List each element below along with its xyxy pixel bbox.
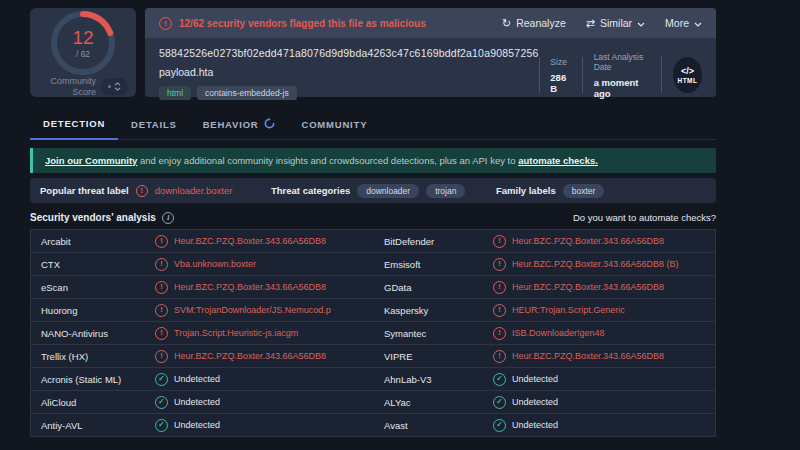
- check-icon: ✓: [155, 373, 168, 386]
- file-report-header: ! 12/62 security vendors flagged this fi…: [145, 8, 716, 97]
- vendor-name: Avast: [374, 420, 493, 431]
- check-icon: ✓: [493, 396, 506, 409]
- community-banner: Join our Community and enjoy additional …: [30, 148, 716, 173]
- vendor-name: CTX: [31, 259, 155, 270]
- file-hash: 58842526e0273bf02edd471a8076d9d9bda4263c…: [159, 47, 539, 59]
- loading-spinner-icon: [264, 118, 275, 131]
- result-text: Undetected: [512, 397, 558, 407]
- result-text: Trojan.Script.Heuristic-js.iacgm: [174, 328, 298, 338]
- detection-result: ✓Undetected: [155, 419, 374, 432]
- table-row: CTX!Vba.unknown.boxterEmsisoft!Heur.BZC.…: [30, 252, 716, 276]
- check-icon: ✓: [493, 419, 506, 432]
- tab-details[interactable]: DETAILS: [118, 109, 190, 139]
- warning-icon: !: [493, 258, 506, 271]
- detection-result: !Heur.BZC.PZQ.Boxter.343.66A56DB8: [155, 235, 374, 248]
- join-community-link[interactable]: Join our Community: [45, 155, 137, 166]
- detection-result: !Heur.BZC.PZQ.Boxter.343.66A56DB8: [493, 281, 717, 294]
- warning-icon: !: [493, 304, 506, 317]
- family-labels-group: Family labels boxter: [496, 178, 604, 203]
- score-value: 12: [72, 28, 93, 47]
- vendor-name: AliCloud: [31, 397, 155, 408]
- check-icon: ✓: [155, 419, 168, 432]
- warning-icon: !: [155, 304, 168, 317]
- alert-warning-icon: !: [159, 17, 172, 30]
- warning-icon: !: [136, 185, 148, 197]
- vendor-name: GData: [374, 282, 493, 293]
- vendor-name: Kaspersky: [374, 305, 493, 316]
- vote-chevrons-icon: [114, 82, 121, 91]
- detection-result: !Heur.BZC.PZQ.Boxter.343.66A56DB8: [493, 235, 717, 248]
- vendor-name: VIPRE: [374, 351, 493, 362]
- file-identity: 58842526e0273bf02edd471a8076d9d9bda4263c…: [159, 47, 539, 100]
- more-button[interactable]: More: [665, 17, 702, 29]
- vendor-name: NANO-Antivirus: [31, 328, 155, 339]
- header-actions: ↻ Reanalyze ⇄ Similar More: [502, 17, 702, 29]
- result-text: Vba.unknown.boxter: [174, 259, 256, 269]
- warning-icon: !: [493, 350, 506, 363]
- chevron-down-icon: [637, 17, 645, 29]
- automate-checks-question[interactable]: Do you want to automate checks?: [573, 212, 716, 223]
- reanalyze-button[interactable]: ↻ Reanalyze: [502, 17, 566, 29]
- result-text: Heur.BZC.PZQ.Boxter.343.66A56DB8: [512, 236, 664, 246]
- tab-bar: DETECTION DETAILS BEHAVIOR COMMUNITY: [30, 109, 716, 140]
- result-text: Heur.BZC.PZQ.Boxter.343.66A56DB8: [512, 351, 664, 361]
- automate-checks-link[interactable]: automate checks.: [518, 155, 598, 166]
- file-name: payload.hta: [159, 66, 539, 78]
- detection-result: !Heur.BZC.PZQ.Boxter.343.66A56DB8: [155, 350, 374, 363]
- similar-icon: ⇄: [586, 18, 595, 29]
- tab-community[interactable]: COMMUNITY: [288, 109, 380, 139]
- score-total: / 62: [76, 49, 90, 59]
- detection-result: ✓Undetected: [493, 419, 717, 432]
- file-tags: html contains-embedded-js: [159, 86, 539, 100]
- detection-result: !Heur.BZC.PZQ.Boxter.343.66A56DB8 (B): [493, 258, 717, 271]
- tab-behavior[interactable]: BEHAVIOR: [190, 109, 289, 139]
- result-text: Heur.BZC.PZQ.Boxter.343.66A56DB8: [174, 282, 326, 292]
- similar-button[interactable]: ⇄ Similar: [586, 17, 645, 29]
- vendor-name: Acronis (Static ML): [31, 374, 155, 385]
- vendors-analysis-header: Security vendors' analysis i Do you want…: [30, 206, 716, 229]
- file-size: Size 286 B: [550, 57, 570, 94]
- vendors-table: Arcabit!Heur.BZC.PZQ.Boxter.343.66A56DB8…: [30, 229, 716, 437]
- alert-text: 12/62 security vendors flagged this file…: [179, 18, 426, 29]
- table-row: Arcabit!Heur.BZC.PZQ.Boxter.343.66A56DB8…: [30, 229, 716, 253]
- category-pill-downloader[interactable]: downloader: [357, 184, 419, 198]
- community-vote-widget[interactable]: [101, 78, 128, 95]
- vote-dot-icon: [108, 85, 111, 88]
- result-text: HEUR:Trojan.Script.Generic: [512, 305, 625, 315]
- detection-result: !Trojan.Script.Heuristic-js.iacgm: [155, 327, 374, 340]
- file-meta: Size 286 B Last Analysis Date a moment a…: [539, 50, 702, 100]
- file-report-page: 12 / 62 Community Score ! 12/62 security…: [0, 0, 800, 450]
- threat-categories-group: Threat categories downloader trojan: [271, 178, 465, 203]
- vendor-name: Antiy-AVL: [31, 420, 155, 431]
- detection-result: ✓Undetected: [155, 396, 374, 409]
- tab-detection[interactable]: DETECTION: [30, 109, 118, 140]
- divider: [539, 57, 540, 93]
- vendor-name: Trellix (HX): [31, 351, 155, 362]
- vendor-name: AhnLab-V3: [374, 374, 493, 385]
- result-text: Undetected: [512, 420, 558, 430]
- check-icon: ✓: [155, 396, 168, 409]
- divider: [582, 57, 583, 93]
- tag-contains-embedded-js[interactable]: contains-embedded-js: [197, 86, 297, 100]
- table-row: NANO-Antivirus!Trojan.Script.Heuristic-j…: [30, 321, 716, 345]
- gauge-text: 12 / 62: [51, 11, 115, 75]
- last-analysis-date: Last Analysis Date a moment ago: [594, 52, 651, 99]
- table-row: Trellix (HX)!Heur.BZC.PZQ.Boxter.343.66A…: [30, 344, 716, 368]
- tag-html[interactable]: html: [159, 86, 191, 100]
- malicious-alert: ! 12/62 security vendors flagged this fi…: [159, 17, 426, 30]
- category-pill-trojan[interactable]: trojan: [426, 184, 465, 198]
- vendor-name: BitDefender: [374, 236, 493, 247]
- vendor-name: eScan: [31, 282, 155, 293]
- vendor-name: Huorong: [31, 305, 155, 316]
- detection-result: !Heur.BZC.PZQ.Boxter.343.66A56DB8: [493, 350, 717, 363]
- vendors-analysis-title: Security vendors' analysis i: [30, 212, 174, 224]
- result-text: Heur.BZC.PZQ.Boxter.343.66A56DB8: [512, 282, 664, 292]
- popular-threat-label-group: Popular threat label ! downloader.boxter: [40, 178, 232, 203]
- family-pill-boxter[interactable]: boxter: [563, 184, 605, 198]
- vendor-name: Arcabit: [31, 236, 155, 247]
- warning-icon: !: [493, 235, 506, 248]
- popular-threat-label-value[interactable]: downloader.boxter: [155, 185, 233, 196]
- detection-result: ✓Undetected: [493, 396, 717, 409]
- info-icon[interactable]: i: [162, 212, 174, 224]
- warning-icon: !: [493, 327, 506, 340]
